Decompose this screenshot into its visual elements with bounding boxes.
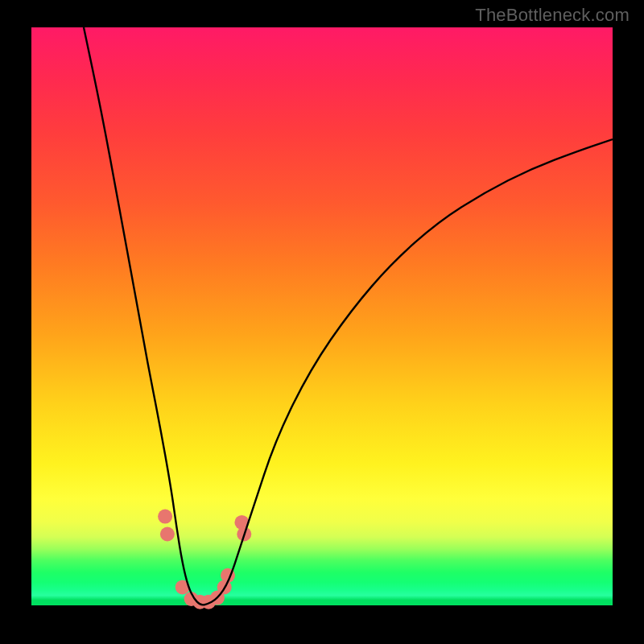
marker-dot <box>158 510 172 524</box>
plot-area <box>31 27 613 617</box>
curve-layer <box>31 27 613 617</box>
markers-group <box>158 510 251 609</box>
watermark-text: TheBottleneck.com <box>475 5 630 26</box>
chart-container: TheBottleneck.com <box>0 0 644 644</box>
marker-dot <box>160 527 175 542</box>
